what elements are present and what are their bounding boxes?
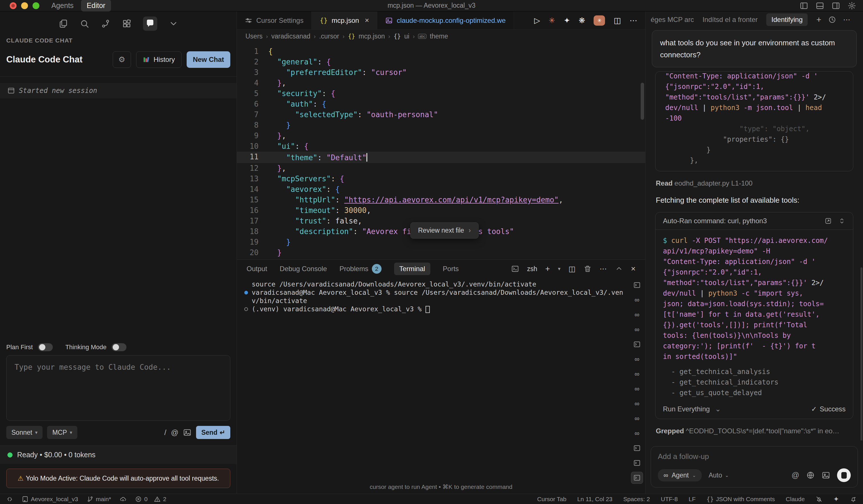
minimize-window-button[interactable]	[21, 2, 28, 9]
language-mode-status[interactable]: {} JSON with Comments	[706, 496, 775, 503]
terminal-session-icon[interactable]	[631, 279, 643, 291]
agent-mode-select[interactable]: ∞ Agent ⌄	[658, 469, 702, 481]
chat-message-input[interactable]	[6, 355, 230, 421]
cursor-tab-status[interactable]: Cursor Tab	[537, 496, 566, 503]
tab-ports[interactable]: Ports	[443, 265, 459, 273]
followup-input[interactable]	[658, 452, 851, 461]
send-button[interactable]: Send ↵	[196, 426, 230, 439]
attach-image-icon[interactable]	[822, 471, 830, 479]
split-terminal-icon[interactable]: ◫	[568, 264, 576, 273]
attach-image-icon[interactable]	[183, 428, 191, 437]
grep-note[interactable]: Grepped ^EODHD_TOOLS\s*=|def.*tool|"name…	[656, 427, 853, 435]
agent-tab-identifying[interactable]: Identifying	[766, 13, 808, 26]
breadcrumb-item[interactable]: .cursor	[319, 33, 339, 40]
terminal-session-icon[interactable]	[631, 338, 643, 350]
chevron-down-icon[interactable]	[168, 19, 178, 28]
read-file-note[interactable]: Read eodhd_adapter.py L1-100	[656, 179, 853, 187]
git-branch-item[interactable]: main*	[87, 496, 111, 503]
layout-sidebar-left-icon[interactable]	[800, 1, 808, 10]
new-terminal-icon[interactable]: +	[545, 264, 550, 273]
remote-project-item[interactable]: Aevorex_local_v3	[22, 496, 78, 503]
new-chat-button[interactable]: New Chat	[187, 51, 230, 68]
split-editor-icon[interactable]: ◫	[614, 16, 621, 25]
notifications-muted-icon[interactable]	[816, 496, 823, 503]
agent-session-link-icon[interactable]: ∞	[631, 368, 643, 380]
sparkle-icon[interactable]: ✦	[564, 16, 570, 25]
more-actions-icon[interactable]: ⋯	[629, 16, 637, 25]
agent-session-link-icon[interactable]: ∞	[631, 383, 643, 395]
agent-session-link-icon[interactable]: ∞	[631, 353, 643, 365]
tab-problems[interactable]: Problems 2	[340, 264, 382, 274]
tab-cursor-settings[interactable]: Cursor Settings	[237, 11, 312, 29]
layout-toggle-icon[interactable]	[6, 496, 13, 503]
agent-session-link-icon[interactable]: ∞	[631, 309, 643, 321]
editor-scrollbar[interactable]	[641, 83, 644, 120]
plan-first-toggle[interactable]	[38, 343, 53, 351]
review-next-file-button[interactable]: Review next file ›	[410, 222, 479, 238]
more-actions-icon[interactable]: ⋯	[843, 15, 850, 24]
breadcrumb-item[interactable]: theme	[430, 33, 448, 40]
eol-status[interactable]: LF	[689, 496, 696, 503]
close-window-button[interactable]	[10, 2, 16, 9]
agent-session-link-icon[interactable]: ∞	[631, 398, 643, 410]
sparkle-icon[interactable]: ✦	[833, 495, 839, 503]
chat-panel-active[interactable]	[143, 16, 157, 31]
agents-nav[interactable]: Agents	[51, 1, 74, 10]
terminal-session-icon[interactable]	[631, 442, 643, 454]
claude-status-item[interactable]: Claude	[786, 496, 805, 503]
caret-down-icon[interactable]: ▾	[558, 266, 561, 272]
claude-starburst-icon[interactable]: ✳	[549, 16, 555, 25]
copy-files-icon[interactable]	[59, 19, 68, 28]
close-panel-icon[interactable]: ×	[631, 264, 636, 273]
close-tab-icon[interactable]: ×	[365, 16, 369, 25]
indentation-status[interactable]: Spaces: 2	[623, 496, 650, 503]
code-editor[interactable]: 1{2 "general": {3 "preferredEditor": "cu…	[237, 43, 645, 259]
history-clock-icon[interactable]	[828, 16, 836, 24]
breadcrumb-item[interactable]: mcp.json	[359, 33, 385, 40]
terminal-output[interactable]: source /Users/varadicsanad/Downloads/Aev…	[244, 280, 625, 313]
settings-gear-icon[interactable]	[848, 1, 856, 10]
breadcrumb-item[interactable]: ui	[404, 33, 410, 40]
slash-command-button[interactable]: /	[164, 428, 166, 437]
tab-claude-mockup[interactable]: claude-mockup.config-optimized.we	[377, 11, 514, 29]
agent-scrollbar[interactable]	[860, 267, 862, 440]
history-button[interactable]: History	[136, 51, 182, 68]
mention-button[interactable]: @	[171, 428, 178, 437]
run-play-icon[interactable]: ▷	[534, 16, 540, 25]
bell-notification-icon[interactable]	[850, 496, 857, 503]
agent-session-link-icon[interactable]: ∞	[631, 324, 643, 336]
publish-cloud-icon[interactable]	[120, 496, 126, 503]
openai-icon[interactable]: ❋	[579, 16, 585, 25]
model-auto-select[interactable]: Auto ⌄	[709, 471, 729, 479]
chevron-up-icon[interactable]	[615, 265, 623, 273]
agent-tab-2[interactable]: Indítsd el a fronter	[703, 16, 758, 24]
breadcrumb-item[interactable]: Users	[246, 33, 263, 40]
extensions-icon[interactable]	[122, 19, 132, 28]
chat-settings-button[interactable]: ⚙	[113, 51, 131, 68]
expand-collapse-icon[interactable]	[838, 217, 846, 225]
thinking-mode-toggle[interactable]	[112, 343, 126, 351]
model-select[interactable]: Sonnet ▾	[6, 426, 42, 439]
terminal-session-icon[interactable]	[631, 472, 643, 484]
tab-debug-console[interactable]: Debug Console	[280, 265, 327, 273]
claude-chat-bubble-icon[interactable]: ✳	[593, 15, 605, 26]
new-chat-plus-icon[interactable]: +	[816, 15, 821, 25]
maximize-window-button[interactable]	[33, 2, 39, 9]
breadcrumb-item[interactable]: varadicsanad	[271, 33, 311, 40]
agent-session-link-icon[interactable]: ∞	[631, 294, 643, 306]
cursor-position-status[interactable]: Ln 11, Col 23	[577, 496, 612, 503]
trash-icon[interactable]	[584, 265, 592, 273]
agent-session-link-icon[interactable]: ∞	[631, 427, 643, 439]
open-external-icon[interactable]	[825, 217, 832, 225]
agent-session-link-icon[interactable]: ∞	[631, 413, 643, 425]
run-everything-button[interactable]: Run Everything ⌄	[663, 405, 721, 413]
tab-mcp-json[interactable]: {} mcp.json ×	[312, 11, 377, 29]
mention-button[interactable]: @	[792, 471, 799, 480]
editor-nav-tab[interactable]: Editor	[81, 0, 111, 11]
encoding-status[interactable]: UTF-8	[661, 496, 678, 503]
tab-output[interactable]: Output	[247, 265, 267, 273]
mcp-select[interactable]: MCP ▾	[47, 426, 77, 439]
web-globe-icon[interactable]	[806, 471, 815, 479]
terminal-session-icon[interactable]	[631, 457, 643, 469]
more-actions-icon[interactable]: ⋯	[600, 264, 607, 273]
